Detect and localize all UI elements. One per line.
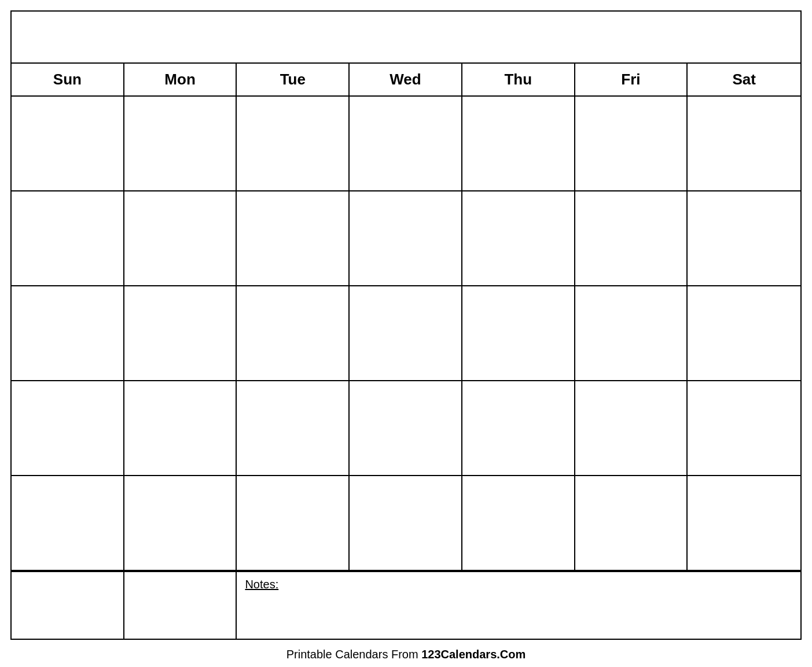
footer-brand: 123Calendars.Com [421, 648, 526, 661]
notes-row: Notes: [12, 571, 800, 639]
footer-prefix: Printable Calendars From [286, 648, 421, 661]
cell-r5-sat [688, 476, 800, 570]
cell-r5-tue [237, 476, 350, 570]
cell-r3-sat [688, 286, 800, 380]
notes-cell-mon [124, 572, 237, 639]
notes-cell-content: Notes: [237, 572, 800, 639]
cell-r1-fri [575, 97, 688, 190]
notes-label: Notes: [245, 578, 278, 591]
calendar-row-4 [12, 381, 800, 476]
calendar-row-3 [12, 286, 800, 381]
cell-r3-thu [462, 286, 575, 380]
cell-r2-tue [237, 191, 350, 285]
footer: Printable Calendars From 123Calendars.Co… [10, 640, 802, 667]
cell-r1-tue [237, 97, 350, 190]
header-fri: Fri [575, 64, 688, 95]
cell-r3-mon [124, 286, 237, 380]
header-sun: Sun [12, 64, 124, 95]
cell-r4-mon [124, 381, 237, 475]
cell-r1-thu [462, 97, 575, 190]
cell-r4-sun [12, 381, 124, 475]
header-tue: Tue [237, 64, 350, 95]
title-row [12, 12, 800, 64]
cell-r4-thu [462, 381, 575, 475]
cell-r1-mon [124, 97, 237, 190]
calendar-row-5 [12, 476, 800, 571]
cell-r2-fri [575, 191, 688, 285]
calendar-body: Notes: [12, 97, 800, 639]
cell-r2-sat [688, 191, 800, 285]
calendar-row-1 [12, 97, 800, 191]
cell-r4-wed [350, 381, 462, 475]
cell-r3-fri [575, 286, 688, 380]
cell-r1-wed [350, 97, 462, 190]
cell-r5-fri [575, 476, 688, 570]
header-thu: Thu [462, 64, 575, 95]
cell-r5-sun [12, 476, 124, 570]
cell-r4-sat [688, 381, 800, 475]
cell-r2-mon [124, 191, 237, 285]
calendar-row-2 [12, 191, 800, 286]
cell-r1-sun [12, 97, 124, 190]
notes-cell-sun [12, 572, 124, 639]
cell-r5-mon [124, 476, 237, 570]
header-mon: Mon [124, 64, 237, 95]
cell-r4-tue [237, 381, 350, 475]
cell-r2-thu [462, 191, 575, 285]
cell-r5-wed [350, 476, 462, 570]
cell-r2-wed [350, 191, 462, 285]
cell-r1-sat [688, 97, 800, 190]
calendar-container: Sun Mon Tue Wed Thu Fri Sat [10, 10, 802, 640]
cell-r5-thu [462, 476, 575, 570]
cell-r2-sun [12, 191, 124, 285]
header-wed: Wed [350, 64, 462, 95]
header-row: Sun Mon Tue Wed Thu Fri Sat [12, 64, 800, 97]
header-sat: Sat [688, 64, 800, 95]
page-wrapper: Sun Mon Tue Wed Thu Fri Sat [0, 0, 812, 667]
cell-r3-wed [350, 286, 462, 380]
cell-r3-tue [237, 286, 350, 380]
cell-r3-sun [12, 286, 124, 380]
cell-r4-fri [575, 381, 688, 475]
